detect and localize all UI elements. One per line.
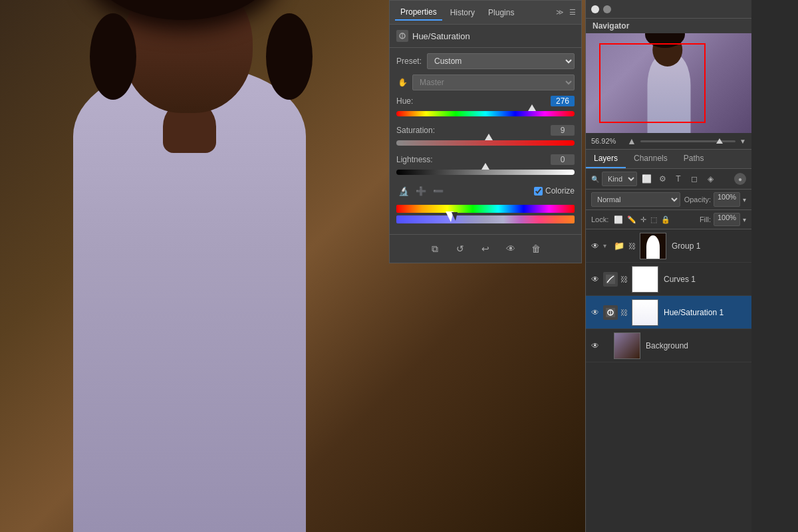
filter-type-button[interactable]: T	[672, 172, 685, 186]
saturation-slider-container[interactable]	[396, 138, 575, 148]
hue-slider-row: Hue: 276	[396, 96, 575, 118]
lock-position-icon[interactable]: ✛	[640, 215, 646, 224]
fill-arrow[interactable]: ▾	[743, 216, 746, 223]
lightness-value[interactable]: 0	[551, 154, 575, 165]
reset-button[interactable]: ↩	[477, 240, 494, 257]
hue-label: Hue:	[396, 96, 413, 106]
colorize-row: 🔬 ➕ ➖ Colorize	[396, 184, 575, 198]
layer-item[interactable]: 👁 Background	[586, 329, 751, 362]
saturation-slider-row: Saturation: 9	[396, 125, 575, 148]
clip-mask-button[interactable]: ⧉	[426, 240, 444, 257]
lock-label: Lock:	[591, 215, 608, 223]
blend-mode-row: Normal Opacity: 100% ▾	[586, 190, 751, 210]
master-row: ✋ Master	[396, 74, 575, 90]
colorize-label[interactable]: Colorize	[545, 186, 575, 196]
master-select[interactable]: Master	[412, 74, 575, 90]
eyedropper-subtract-button[interactable]: ➖	[431, 184, 446, 198]
lock-all-icon[interactable]: 🔒	[661, 215, 670, 224]
filter-toggle-button[interactable]: ●	[734, 173, 746, 185]
navigator-preview[interactable]	[586, 33, 751, 133]
layer-item[interactable]: 👁 ⛓ Curves 1	[586, 263, 751, 296]
delete-button[interactable]: 🗑	[527, 240, 545, 257]
lock-transparent-icon[interactable]: ⬜	[614, 215, 623, 224]
hue-saturation-icon	[396, 30, 408, 42]
layer-name-curves1[interactable]: Curves 1	[664, 275, 747, 284]
hue-slider-track[interactable]	[396, 111, 575, 116]
filter-shape-button[interactable]: ◻	[688, 172, 701, 186]
layer-visibility-curves1[interactable]: 👁	[590, 274, 600, 285]
opacity-value[interactable]: 100%	[714, 192, 740, 207]
panel-title: Hue/Saturation	[412, 31, 470, 41]
tab-layers[interactable]: Layers	[586, 150, 626, 168]
hue-slider-thumb[interactable]	[528, 104, 536, 111]
fill-value[interactable]: 100%	[714, 213, 740, 226]
tab-history[interactable]: History	[445, 5, 480, 20]
hue-slider-container[interactable]	[396, 109, 575, 118]
panel-footer: ⧉ ↺ ↩ 👁 🗑	[390, 234, 581, 263]
blend-mode-select[interactable]: Normal	[591, 192, 680, 207]
eyedropper-add-button[interactable]: ➕	[414, 184, 428, 198]
search-icon: 🔍	[591, 176, 599, 183]
preset-row: Preset: Custom	[396, 53, 575, 69]
navigator-header[interactable]: Navigator	[586, 19, 751, 33]
lightness-slider-container[interactable]	[396, 168, 575, 177]
tab-properties[interactable]: Properties	[395, 5, 442, 21]
layer-item[interactable]: 👁 ⛓ Hue/Saturation 1	[586, 296, 751, 329]
colorize-checkbox[interactable]	[534, 187, 543, 196]
eyedropper-group: 🔬 ➕ ➖	[396, 184, 446, 198]
panel-header: Properties History Plugins ≫ ☰	[390, 1, 581, 25]
layer-name-group1[interactable]: Group 1	[672, 241, 747, 251]
panel-menu-button[interactable]: ☰	[569, 8, 576, 17]
saturation-slider-track[interactable]	[396, 140, 575, 146]
layer-visibility-bg[interactable]: 👁	[590, 340, 600, 351]
visibility-button[interactable]: 👁	[502, 240, 519, 257]
lightness-slider-thumb[interactable]	[481, 163, 489, 170]
lightness-slider-track[interactable]	[396, 170, 575, 175]
layer-visibility-group1[interactable]: 👁	[590, 241, 600, 251]
lock-image-icon[interactable]: ✏️	[627, 215, 636, 224]
lock-row: Lock: ⬜ ✏️ ✛ ⬚ 🔒 Fill: 100% ▾	[586, 210, 751, 229]
filter-pixel-button[interactable]: ⬜	[640, 172, 653, 186]
properties-panel: Properties History Plugins ≫ ☰ Hue/Satur…	[389, 0, 582, 263]
colorize-checkbox-group: Colorize	[534, 186, 575, 196]
layers-list[interactable]: 👁 ▾ 📁 ⛓ Group 1 👁 ⛓	[586, 229, 751, 532]
saturation-slider-thumb[interactable]	[485, 134, 493, 140]
panel-title-row: Hue/Saturation	[390, 25, 581, 48]
layer-visibility-hue1[interactable]: 👁	[590, 307, 600, 318]
folder-icon: 📁	[614, 241, 624, 251]
eyedropper-button[interactable]: 🔬	[396, 184, 411, 198]
tab-plugins[interactable]: Plugins	[483, 5, 519, 20]
layer-name-bg[interactable]: Background	[646, 341, 747, 350]
zoom-down-button[interactable]: ▼	[739, 138, 746, 145]
layer-expand-arrow[interactable]: ▾	[603, 242, 611, 249]
lock-artboard-icon[interactable]: ⬚	[650, 215, 657, 224]
fill-group: Fill: 100% ▾	[700, 213, 746, 226]
layer-name-hue1[interactable]: Hue/Saturation 1	[664, 308, 747, 317]
preset-select[interactable]: Custom	[427, 53, 575, 69]
zoom-up-button[interactable]: ▲	[627, 136, 636, 146]
filter-smart-button[interactable]: ◈	[704, 172, 717, 186]
curves-adj-icon	[603, 272, 618, 287]
panel-more-button[interactable]: ≫	[556, 8, 564, 17]
saturation-value[interactable]: 9	[551, 125, 575, 136]
layers-section: Layers Channels Paths 🔍 Kind ⬜ ⚙ T ◻ ◈ ●…	[586, 150, 751, 532]
zoom-value[interactable]: 56.92%	[591, 137, 623, 145]
filter-adjustment-button[interactable]: ⚙	[656, 172, 669, 186]
navigator-viewport-box[interactable]	[599, 43, 706, 123]
tab-paths[interactable]: Paths	[676, 150, 712, 168]
zoom-slider[interactable]	[640, 140, 735, 142]
tab-channels[interactable]: Channels	[626, 150, 676, 168]
layer-item[interactable]: 👁 ▾ 📁 ⛓ Group 1	[586, 229, 751, 263]
layer-silhouette-group1	[646, 235, 660, 259]
panel-collapse-button[interactable]	[603, 5, 611, 13]
layers-tabs: Layers Channels Paths	[586, 150, 751, 169]
hue-value[interactable]: 276	[551, 96, 575, 106]
panel-close-button[interactable]	[591, 5, 599, 13]
kind-filter-select[interactable]: Kind	[602, 172, 637, 186]
previous-state-button[interactable]: ↺	[452, 240, 469, 257]
zoom-slider-thumb[interactable]	[716, 138, 723, 144]
person-hair-right	[266, 13, 313, 100]
opacity-arrow[interactable]: ▾	[743, 196, 746, 203]
panel-body: Preset: Custom ✋ Master Hue: 276	[390, 48, 581, 234]
lock-icons: ⬜ ✏️ ✛ ⬚ 🔒	[614, 215, 670, 224]
